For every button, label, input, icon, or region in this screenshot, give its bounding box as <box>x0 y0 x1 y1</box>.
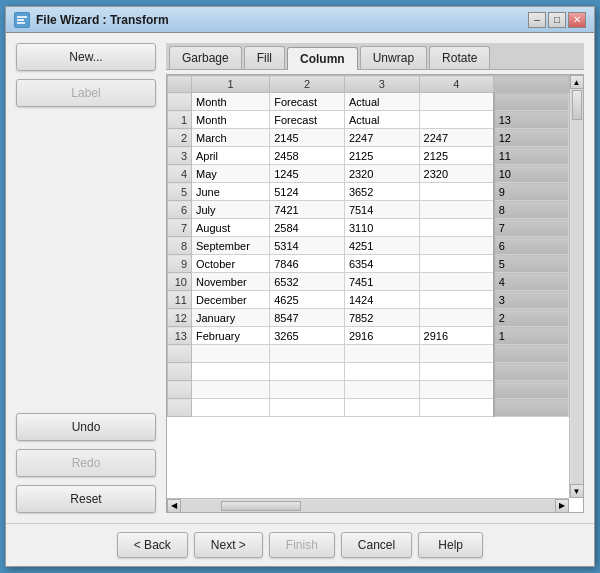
svg-rect-3 <box>17 22 25 24</box>
reset-button[interactable]: Reset <box>16 485 156 513</box>
table-row: 9 October 7846 6354 5 <box>168 255 569 273</box>
cell: 5314 <box>270 237 345 255</box>
horizontal-scrollbar[interactable]: ◀ ▶ <box>167 498 569 512</box>
redo-button: Redo <box>16 449 156 477</box>
row-num-8: 8 <box>168 237 192 255</box>
cell: December <box>192 291 270 309</box>
cell <box>419 111 494 129</box>
table-row: 10 November 6532 7451 4 <box>168 273 569 291</box>
finish-button: Finish <box>269 532 335 558</box>
undo-button[interactable]: Undo <box>16 413 156 441</box>
cell <box>419 183 494 201</box>
left-panel: New... Label Undo Redo Reset <box>16 43 156 513</box>
cell <box>419 381 494 399</box>
cell <box>419 363 494 381</box>
col-header-row <box>168 76 192 93</box>
table-row: 6 July 7421 7514 8 <box>168 201 569 219</box>
svg-rect-2 <box>17 19 24 21</box>
new-button[interactable]: New... <box>16 43 156 71</box>
cell <box>419 201 494 219</box>
title-bar: File Wizard : Transform – □ ✕ <box>6 7 594 33</box>
minimize-button[interactable]: – <box>528 12 546 28</box>
scroll-thumb-horizontal[interactable] <box>221 501 301 511</box>
cell: Month <box>192 111 270 129</box>
cell: Month <box>192 93 270 111</box>
row-num-13: 13 <box>168 327 192 345</box>
row-num-12: 12 <box>168 309 192 327</box>
cell: 5 <box>494 255 569 273</box>
table-row: 5 June 5124 3652 9 <box>168 183 569 201</box>
cell: 7514 <box>344 201 419 219</box>
table-row: 3 April 2458 2125 2125 11 <box>168 147 569 165</box>
right-panel: Garbage Fill Column Unwrap Rotate 1 2 <box>166 43 584 513</box>
cell: May <box>192 165 270 183</box>
tab-rotate[interactable]: Rotate <box>429 46 490 69</box>
scroll-thumb-vertical[interactable] <box>572 90 582 120</box>
col-header-3: 3 <box>344 76 419 93</box>
cell <box>419 309 494 327</box>
row-num-5: 5 <box>168 183 192 201</box>
label-button: Label <box>16 79 156 107</box>
table-row: 4 May 1245 2320 2320 10 <box>168 165 569 183</box>
scroll-up-button[interactable]: ▲ <box>570 75 584 89</box>
cell: September <box>192 237 270 255</box>
scroll-track-vertical[interactable] <box>571 89 583 484</box>
table-row: 8 September 5314 4251 6 <box>168 237 569 255</box>
scroll-right-button[interactable]: ▶ <box>555 499 569 513</box>
main-window: File Wizard : Transform – □ ✕ New... Lab… <box>5 6 595 567</box>
title-bar-left: File Wizard : Transform <box>14 12 169 28</box>
next-button[interactable]: Next > <box>194 532 263 558</box>
scroll-down-button[interactable]: ▼ <box>570 484 584 498</box>
cell: 8547 <box>270 309 345 327</box>
row-num-header <box>168 93 192 111</box>
help-button[interactable]: Help <box>418 532 483 558</box>
cell <box>419 273 494 291</box>
cell <box>494 363 569 381</box>
back-button[interactable]: < Back <box>117 532 188 558</box>
row-num-empty <box>168 363 192 381</box>
cell: 11 <box>494 147 569 165</box>
table-wrapper: 1 2 3 4 Month Forecast <box>166 74 584 513</box>
cell: November <box>192 273 270 291</box>
cell: 7846 <box>270 255 345 273</box>
col-header-2: 2 <box>270 76 345 93</box>
cell: August <box>192 219 270 237</box>
cell <box>494 399 569 417</box>
scroll-track-horizontal[interactable] <box>181 500 555 512</box>
cell <box>419 399 494 417</box>
scroll-left-button[interactable]: ◀ <box>167 499 181 513</box>
cell: 6 <box>494 237 569 255</box>
data-table: 1 2 3 4 Month Forecast <box>167 75 569 417</box>
tab-column[interactable]: Column <box>287 47 358 70</box>
cancel-button[interactable]: Cancel <box>341 532 412 558</box>
row-num-2: 2 <box>168 129 192 147</box>
cell: March <box>192 129 270 147</box>
tab-fill[interactable]: Fill <box>244 46 285 69</box>
cell: Actual <box>344 111 419 129</box>
main-content: New... Label Undo Redo Reset Garbage Fil… <box>6 33 594 523</box>
table-row <box>168 381 569 399</box>
row-num-empty <box>168 381 192 399</box>
cell: 2320 <box>344 165 419 183</box>
maximize-button[interactable]: □ <box>548 12 566 28</box>
cell <box>344 363 419 381</box>
tab-bar: Garbage Fill Column Unwrap Rotate <box>166 43 584 70</box>
cell: 2145 <box>270 129 345 147</box>
cell: 1424 <box>344 291 419 309</box>
cell <box>270 345 345 363</box>
table-scroll-inner: 1 2 3 4 Month Forecast <box>167 75 569 498</box>
tab-unwrap[interactable]: Unwrap <box>360 46 427 69</box>
tab-garbage[interactable]: Garbage <box>169 46 242 69</box>
cell <box>192 381 270 399</box>
cell: October <box>192 255 270 273</box>
close-button[interactable]: ✕ <box>568 12 586 28</box>
table-row <box>168 399 569 417</box>
table-row: 11 December 4625 1424 3 <box>168 291 569 309</box>
cell: April <box>192 147 270 165</box>
table-row <box>168 363 569 381</box>
vertical-scrollbar[interactable]: ▲ ▼ <box>569 75 583 498</box>
cell: 10 <box>494 165 569 183</box>
table-row: Month Forecast Actual <box>168 93 569 111</box>
col-header-1: 1 <box>192 76 270 93</box>
cell: 7852 <box>344 309 419 327</box>
